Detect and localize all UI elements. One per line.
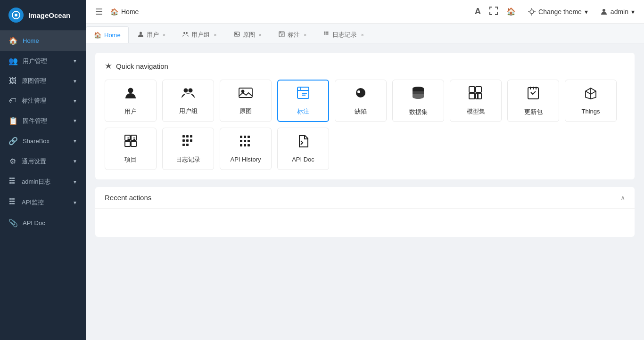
image-icon: 🖼 <box>8 77 17 85</box>
svg-rect-71 <box>182 144 185 146</box>
svg-rect-2 <box>9 178 11 179</box>
dataset-nav-icon <box>412 86 425 103</box>
svg-rect-79 <box>248 136 250 138</box>
svg-point-27 <box>183 32 185 34</box>
arrow-icon: ▼ <box>73 118 77 123</box>
api-doc-icon: 📎 <box>8 219 18 227</box>
sidebar-item-general-settings[interactable]: ⚙ 通用设置 ▼ <box>0 151 86 171</box>
sidebar-item-sharebox[interactable]: 🔗 ShareBox ▼ <box>0 131 86 151</box>
tab-annotation[interactable]: 标注 × <box>271 26 314 43</box>
tab-close-original[interactable]: × <box>259 32 262 38</box>
svg-point-49 <box>357 90 360 93</box>
home-tab-icon: 🏠 <box>94 32 101 39</box>
sidebar-item-api-doc[interactable]: 📎 API Doc <box>0 213 86 233</box>
nav-item-original-image[interactable]: 原图 <box>220 80 272 122</box>
change-theme-button[interactable]: Change theme ▾ <box>524 6 592 17</box>
logo-icon <box>8 8 24 23</box>
tab-bar: 🏠 Home 用户 × 用户组 × 原图 × <box>86 24 644 43</box>
quick-nav-card: Quick navigation 用户 用户组 <box>95 53 635 179</box>
user-tab-icon <box>138 31 144 39</box>
api-monitor-icon <box>8 198 17 207</box>
things-nav-icon <box>584 87 597 103</box>
tab-user[interactable]: 用户 × <box>130 26 173 43</box>
tab-close-annotation[interactable]: × <box>304 32 306 38</box>
image-nav-icon <box>239 87 253 102</box>
nav-item-things[interactable]: Things <box>565 80 617 122</box>
svg-rect-81 <box>248 144 250 146</box>
sidebar-item-component-mgmt[interactable]: 📋 固件管理 ▼ <box>0 111 86 131</box>
svg-rect-65 <box>182 135 185 138</box>
sidebar-item-home[interactable]: 🏠 Home <box>0 31 86 51</box>
svg-rect-11 <box>9 198 11 200</box>
svg-rect-73 <box>240 136 242 138</box>
sidebar-logo: ImageOcean <box>0 0 86 31</box>
settings-icon: ⚙ <box>8 157 17 166</box>
topbar: ☰ 🏠 Home A 🏠 Chan <box>86 0 644 24</box>
tab-close-user[interactable]: × <box>163 32 165 38</box>
nav-item-api-history[interactable]: API History <box>220 128 272 170</box>
tab-user-group[interactable]: 用户组 × <box>174 26 224 43</box>
main-area: ☰ 🏠 Home A 🏠 Chan <box>86 0 644 340</box>
arrow-icon: ▼ <box>73 79 77 84</box>
log-record-nav-icon <box>182 134 195 151</box>
sidebar-item-image-mgmt[interactable]: 🖼 原图管理 ▼ <box>0 71 86 91</box>
nav-item-dataset[interactable]: 数据集 <box>392 80 444 122</box>
svg-point-28 <box>186 32 188 34</box>
sidebar-item-user-mgmt[interactable]: 👥 用户管理 ▼ <box>0 51 86 71</box>
recent-actions-header[interactable]: Recent actions ∧ <box>95 187 635 209</box>
nav-item-log-record[interactable]: 日志记录 <box>162 128 214 170</box>
nav-item-annotation[interactable]: 标注 <box>277 80 329 122</box>
nav-item-user-group[interactable]: 用户组 <box>162 80 214 122</box>
recent-actions-body <box>95 209 635 237</box>
arrow-icon: ▼ <box>73 159 77 164</box>
nav-item-user[interactable]: 用户 <box>105 80 157 122</box>
home-icon: 🏠 <box>8 36 18 45</box>
admin-dropdown-button[interactable]: admin ▾ <box>600 8 635 16</box>
sidebar-item-annotation-mgmt[interactable]: 🏷 标注管理 ▼ <box>0 91 86 111</box>
svg-rect-19 <box>13 203 15 204</box>
nav-item-update-pkg[interactable]: 更新包 <box>507 80 559 122</box>
home2-icon[interactable]: 🏠 <box>506 7 516 16</box>
svg-rect-52 <box>476 87 481 92</box>
sidebar-item-api-monitor[interactable]: API监控 ▼ <box>0 192 86 213</box>
svg-rect-7 <box>13 180 15 181</box>
user-group-nav-icon <box>181 87 195 102</box>
tab-home[interactable]: 🏠 Home <box>86 26 129 43</box>
svg-point-44 <box>242 90 244 92</box>
svg-rect-6 <box>11 180 13 181</box>
chevron-up-icon[interactable]: ∧ <box>620 194 625 202</box>
svg-point-40 <box>128 88 133 93</box>
svg-point-48 <box>356 88 365 97</box>
arrow-icon: ▼ <box>73 98 77 104</box>
svg-rect-38 <box>326 33 327 35</box>
arrow-icon: ▼ <box>73 58 77 64</box>
svg-rect-9 <box>11 182 13 184</box>
text-size-icon[interactable]: A <box>475 7 481 16</box>
fullscreen-icon[interactable] <box>489 7 498 17</box>
nav-item-model-set[interactable]: 模型集 <box>450 80 502 122</box>
svg-rect-80 <box>248 140 250 142</box>
nav-item-api-doc[interactable]: API Doc <box>277 128 329 170</box>
nav-item-defect[interactable]: 缺陷 <box>335 80 387 122</box>
tab-close-log[interactable]: × <box>361 32 363 38</box>
svg-rect-54 <box>478 93 481 99</box>
svg-point-42 <box>189 88 193 92</box>
svg-rect-53 <box>469 93 475 99</box>
api-history-nav-icon <box>239 135 252 151</box>
nav-item-project[interactable]: 项目 <box>105 128 157 170</box>
tab-original[interactable]: 原图 × <box>226 26 270 43</box>
topbar-home-link[interactable]: 🏠 Home <box>110 8 139 16</box>
sidebar-item-admin-log[interactable]: admin日志 ▼ <box>0 171 86 192</box>
menu-toggle-button[interactable]: ☰ <box>95 7 103 17</box>
tab-close-user-group[interactable]: × <box>214 32 216 38</box>
chevron-down-icon: ▾ <box>631 8 635 16</box>
svg-rect-51 <box>469 87 475 92</box>
annotation-tab-icon <box>279 31 285 39</box>
home-icon: 🏠 <box>110 8 118 16</box>
annotation-icon: 🏷 <box>8 97 17 105</box>
svg-rect-10 <box>13 182 15 184</box>
svg-rect-14 <box>9 201 11 202</box>
svg-rect-3 <box>11 178 13 179</box>
svg-rect-72 <box>186 144 189 146</box>
tab-log[interactable]: 日志记录 × <box>315 26 372 43</box>
